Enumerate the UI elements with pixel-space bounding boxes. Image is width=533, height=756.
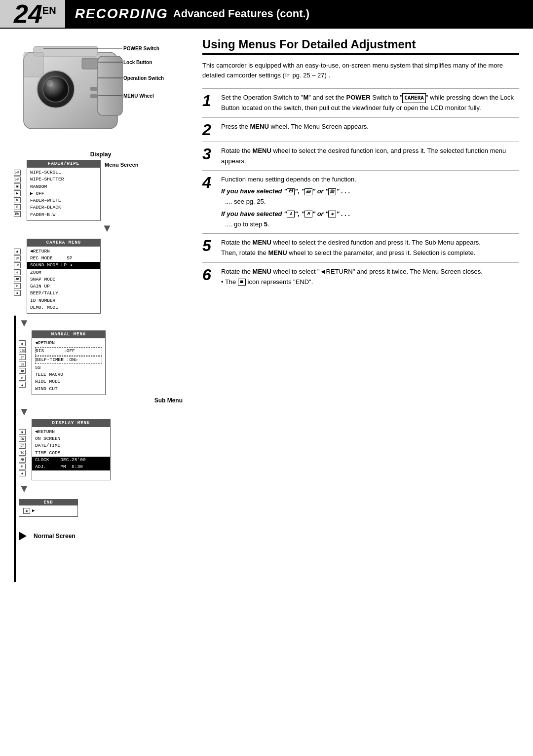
screen-row: WIND CUT xyxy=(35,386,102,393)
page-number-block: 24EN xyxy=(0,0,65,28)
screen-row: WIDE MODE xyxy=(35,378,102,385)
screen-row: ◄RETURN xyxy=(30,248,97,255)
step-1-content: Set the Operation Switch to "M" and set … xyxy=(221,93,519,113)
screen-row: ZOOM xyxy=(30,269,97,276)
camera-menu-title: CAMERA MENU xyxy=(27,239,100,247)
svg-text:Lock Button: Lock Button xyxy=(123,60,152,65)
fader-wipe-title: FADER/WIPE xyxy=(27,160,100,168)
header-recording-label: RECORDING xyxy=(75,6,168,22)
step-number-4: 4 xyxy=(202,175,216,190)
screen-row: FADER–WHITE xyxy=(30,197,97,204)
display-menu-title: DISPLAY MENU xyxy=(32,420,110,427)
display-label: Display xyxy=(14,151,188,158)
screen-row-empty xyxy=(35,470,107,477)
screen-row: ON SCREEN xyxy=(35,435,107,442)
step-6-content: Rotate the MENU wheel to select "◄RETURN… xyxy=(221,267,519,288)
screen-row: BEEP/TALLY xyxy=(30,290,97,297)
arrow-down-4: ▼ xyxy=(19,482,188,495)
header-subtitle: Advanced Features (cont.) xyxy=(173,7,309,20)
left-column: POWER Switch Lock Button Operation Switc… xyxy=(0,29,192,587)
screen-row: ◄RETURN xyxy=(35,429,107,435)
page-number: 24EN xyxy=(14,1,56,27)
manual-menu-title: MANUAL MENU xyxy=(32,331,105,338)
screen-row-clock: CLOCK DEC.25'00 xyxy=(32,457,110,464)
svg-rect-7 xyxy=(90,87,97,91)
normal-screen-area: Normal Screen xyxy=(19,532,188,540)
screen-row-dashed: SELF-TIMER :ON▷ xyxy=(35,356,102,364)
screen-row: TELE MACRO xyxy=(35,371,102,378)
sub-menu-label: Sub Menu xyxy=(19,397,188,404)
step-3: 3 Rotate the MENU wheel to select the de… xyxy=(202,142,519,171)
svg-text:POWER Switch: POWER Switch xyxy=(123,46,159,51)
svg-text:Operation Switch: Operation Switch xyxy=(123,75,164,81)
header-title-block: RECORDING Advanced Features (cont.) xyxy=(65,0,533,28)
screen-row: RANDOM xyxy=(30,183,97,190)
screen-row: ◄RETURN xyxy=(35,340,102,347)
screen-row: FADER–B.W xyxy=(30,212,97,218)
camera-menu-screen: CAMERA MENU ◄RETURN REC MODE SP SOUND MO… xyxy=(27,239,101,314)
step-number-6: 6 xyxy=(202,267,216,283)
step-number-5: 5 xyxy=(202,238,216,253)
main-content: POWER Switch Lock Button Operation Switc… xyxy=(0,29,533,587)
step-2-content: Press the MENU wheel. The Menu Screen ap… xyxy=(221,122,519,132)
step-number-2: 2 xyxy=(202,122,216,138)
screen-row: DEMO. MODE xyxy=(30,304,97,311)
screen-row: ID NUMBER xyxy=(30,297,97,304)
screen-row: ▶ OFF xyxy=(30,190,97,197)
step-5-content: Rotate the MENU wheel to select the desi… xyxy=(221,238,519,258)
screen-row-selected: SOUND MODE LP ◂ xyxy=(27,262,100,269)
step-4: 4 Function menu setting depends on the f… xyxy=(202,170,519,233)
screen-row: GAIN UP xyxy=(30,283,97,290)
page-header: 24EN RECORDING Advanced Features (cont.) xyxy=(0,0,533,29)
camcorder-svg: POWER Switch Lock Button Operation Switc… xyxy=(14,37,167,141)
display-menu-screen: DISPLAY MENU ◄RETURN ON SCREEN DATE/TIME… xyxy=(32,419,111,480)
arrow-down-1: ▼ xyxy=(27,222,188,235)
screen-row: 5S xyxy=(35,364,102,371)
end-screen: END ▣ ▶ xyxy=(19,499,78,517)
arrow-down-3: ▼ xyxy=(19,405,188,418)
screen-row: TIME CODE xyxy=(35,450,107,457)
svg-rect-9 xyxy=(24,52,43,77)
svg-point-5 xyxy=(46,80,53,87)
camcorder-diagram: POWER Switch Lock Button Operation Switc… xyxy=(14,37,172,146)
step-number-3: 3 xyxy=(202,146,216,162)
intro-text: This camcorder is equipped with an easy-… xyxy=(202,61,519,80)
end-screen-title: END xyxy=(19,500,77,505)
manual-menu-screen: MANUAL MENU ◄RETURN DIS :OFF SELF-TIMER … xyxy=(32,330,106,395)
section-title: Using Menus For Detailed Adjustment xyxy=(202,37,519,55)
step-1: 1 Set the Operation Switch to "M" and se… xyxy=(202,88,519,117)
arrow-down-2: ▼ xyxy=(19,317,188,329)
svg-point-4 xyxy=(43,76,69,102)
step-6: 6 Rotate the MENU wheel to select "◄RETU… xyxy=(202,262,519,291)
step-2: 2 Press the MENU wheel. The Menu Screen … xyxy=(202,117,519,142)
svg-text:MENU Wheel: MENU Wheel xyxy=(123,93,154,99)
screen-row: WIPE–SCROLL xyxy=(30,169,97,176)
screen-row-adj: ADJ. PM 5:30 xyxy=(32,464,110,470)
screen-row-dashed: DIS :OFF xyxy=(35,347,102,355)
svg-rect-8 xyxy=(90,94,97,98)
screen-row: DATE/TIME xyxy=(35,442,107,449)
steps-container: 1 Set the Operation Switch to "M" and se… xyxy=(202,88,519,291)
menu-screen-label: Menu Screen xyxy=(105,162,138,168)
screen-row: SNAP MODE xyxy=(30,276,97,283)
svg-rect-1 xyxy=(98,56,122,115)
step-5: 5 Rotate the MENU wheel to select the de… xyxy=(202,233,519,262)
fader-wipe-screen: FADER/WIPE WIPE–SCROLL WIPE–SHUTTER RAND… xyxy=(27,160,101,221)
arrow-filled-icon xyxy=(19,532,27,540)
step-number-1: 1 xyxy=(202,93,216,108)
step-3-content: Rotate the MENU wheel to select the desi… xyxy=(221,146,519,167)
screen-row: WIPE–SHUTTER xyxy=(30,176,97,183)
normal-screen-label: Normal Screen xyxy=(34,533,76,540)
svg-rect-6 xyxy=(82,58,98,69)
right-column: Using Menus For Detailed Adjustment This… xyxy=(192,29,533,587)
screen-row: REC MODE SP xyxy=(30,255,97,262)
step-4-content: Function menu setting depends on the fun… xyxy=(221,175,519,229)
screen-row: FADER–BLACK xyxy=(30,204,97,211)
